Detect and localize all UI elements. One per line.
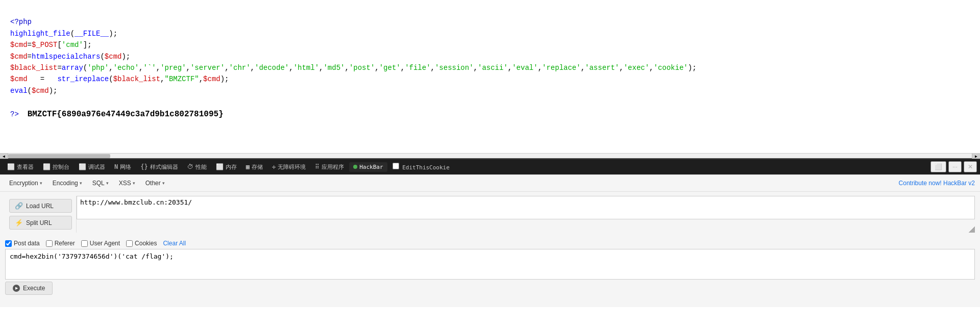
hackbar-version-label: HackBar v2 xyxy=(943,180,975,187)
menu-encoding[interactable]: Encoding ▾ xyxy=(48,178,86,188)
inspector-icon: ⬜ xyxy=(7,163,15,170)
scroll-left-arrow[interactable]: ◀ xyxy=(0,154,8,159)
load-url-icon: 🔗 xyxy=(15,202,23,210)
referer-checkbox-label[interactable]: Referer xyxy=(46,240,75,247)
hackbar-active-dot xyxy=(353,165,357,169)
other-chevron-icon: ▾ xyxy=(162,181,165,186)
load-url-label: Load URL xyxy=(26,203,54,210)
menu-xss-label: XSS xyxy=(119,180,131,187)
post-data-checkbox[interactable] xyxy=(5,240,12,247)
tab-console-label: 控制台 xyxy=(53,163,69,171)
tab-a11y[interactable]: ✛ 无障碍环境 xyxy=(268,162,310,172)
split-url-button[interactable]: ⚡ Split URL xyxy=(9,216,72,230)
tab-style-editor[interactable]: {} 样式编辑器 xyxy=(136,162,182,172)
url-input[interactable] xyxy=(77,196,975,219)
url-resize-handle[interactable] xyxy=(969,226,975,233)
more-options-button[interactable]: ··· xyxy=(948,161,962,172)
referer-label: Referer xyxy=(55,240,75,247)
user-agent-label: User Agent xyxy=(90,240,120,247)
encoding-chevron-icon: ▾ xyxy=(80,181,82,186)
storage-icon: ▦ xyxy=(246,163,250,170)
menu-sql-label: SQL xyxy=(92,180,105,187)
tab-hackbar[interactable]: HackBar xyxy=(349,162,387,172)
code-display: <?php highlight_file(__FILE__); $cmd=$_P… xyxy=(0,0,980,153)
post-data-input[interactable] xyxy=(6,249,974,277)
debugger-icon: ⬜ xyxy=(79,163,86,170)
tab-performance-label: 性能 xyxy=(195,163,207,171)
performance-icon: ⏱ xyxy=(187,163,193,170)
post-data-label: Post data xyxy=(14,240,40,247)
tab-storage-label: 存储 xyxy=(252,163,263,171)
a11y-icon: ✛ xyxy=(272,163,276,170)
devtools-bar: ⬜ 查看器 ⬜ 控制台 ⬜ 调试器 N 网络 {} 样式编辑器 ⏱ 性能 ⬜ 内… xyxy=(0,158,980,174)
horizontal-scrollbar[interactable]: ◀ ▶ xyxy=(0,153,980,158)
devtools-right-controls: ⬜ ··· ✕ xyxy=(930,161,977,172)
undock-button[interactable]: ⬜ xyxy=(930,161,946,172)
menu-encryption-label: Encryption xyxy=(9,180,38,187)
menu-encoding-label: Encoding xyxy=(53,180,78,187)
close-devtools-button[interactable]: ✕ xyxy=(964,161,977,172)
style-editor-icon: {} xyxy=(140,163,148,170)
tab-editcookie-label: EditThisCookie xyxy=(402,164,450,171)
tab-style-editor-label: 样式编辑器 xyxy=(150,163,178,171)
tab-storage[interactable]: ▦ 存储 xyxy=(242,162,267,172)
menu-other-label: Other xyxy=(145,180,161,187)
tab-inspector[interactable]: ⬜ 查看器 xyxy=(3,162,38,172)
cookies-label: Cookies xyxy=(135,240,157,247)
menu-encryption[interactable]: Encryption ▾ xyxy=(5,178,46,188)
cookies-checkbox[interactable] xyxy=(126,240,133,247)
cookies-checkbox-label[interactable]: Cookies xyxy=(126,240,157,247)
hackbar-menu-bar: Encryption ▾ Encoding ▾ SQL ▾ XSS ▾ Othe… xyxy=(0,175,980,192)
tab-apps[interactable]: ⠿ 应用程序 xyxy=(311,162,348,172)
scroll-right-arrow[interactable]: ▶ xyxy=(972,154,980,159)
menu-other[interactable]: Other ▾ xyxy=(141,178,169,188)
tab-apps-label: 应用程序 xyxy=(322,163,344,171)
split-url-icon: ⚡ xyxy=(15,219,23,226)
encryption-chevron-icon: ▾ xyxy=(40,181,42,186)
contribute-text: Contribute now! HackBar v2 xyxy=(899,180,975,187)
contribute-now-label: Contribute now! xyxy=(899,180,942,187)
sql-chevron-icon: ▾ xyxy=(106,181,109,186)
hackbar-post-row: Post data Referer User Agent Cookies Cle… xyxy=(0,237,980,249)
xss-chevron-icon: ▾ xyxy=(133,181,135,186)
user-agent-checkbox[interactable] xyxy=(81,240,88,247)
hackbar-postdata-area xyxy=(5,249,975,280)
tab-memory-label: 内存 xyxy=(226,163,237,171)
memory-icon: ⬜ xyxy=(216,163,224,170)
menu-xss[interactable]: XSS ▾ xyxy=(115,178,139,188)
clear-all-button[interactable]: Clear All xyxy=(163,240,186,247)
hackbar-url-area xyxy=(77,196,975,233)
post-data-checkbox-label[interactable]: Post data xyxy=(5,240,40,247)
tab-hackbar-label: HackBar xyxy=(359,164,383,170)
execute-label: Execute xyxy=(23,285,45,292)
tab-editcookie[interactable]: EditThisCookie xyxy=(388,161,454,172)
referer-checkbox[interactable] xyxy=(46,240,53,247)
tab-debugger-label: 调试器 xyxy=(88,163,105,171)
tab-a11y-label: 无障碍环境 xyxy=(278,163,306,171)
tab-memory[interactable]: ⬜ 内存 xyxy=(212,162,241,172)
load-url-button[interactable]: 🔗 Load URL xyxy=(9,199,72,213)
hackbar-panel: Encryption ▾ Encoding ▾ SQL ▾ XSS ▾ Othe… xyxy=(0,174,980,307)
editcookie-checkbox[interactable] xyxy=(393,163,399,169)
user-agent-checkbox-label[interactable]: User Agent xyxy=(81,240,120,247)
network-icon: N xyxy=(114,163,118,170)
url-input-wrapper xyxy=(77,196,975,233)
hackbar-execute-row: Execute xyxy=(0,280,980,297)
tab-performance[interactable]: ⏱ 性能 xyxy=(183,162,211,172)
tab-console[interactable]: ⬜ 控制台 xyxy=(39,162,74,172)
execute-button[interactable]: Execute xyxy=(5,282,53,295)
split-url-label: Split URL xyxy=(26,219,52,226)
scroll-thumb[interactable] xyxy=(8,154,110,158)
hackbar-content: 🔗 Load URL ⚡ Split URL xyxy=(0,192,980,237)
tab-network-label: 网络 xyxy=(120,163,131,171)
tab-inspector-label: 查看器 xyxy=(17,163,34,171)
execute-icon xyxy=(13,285,20,292)
console-icon: ⬜ xyxy=(43,163,51,170)
menu-sql[interactable]: SQL ▾ xyxy=(88,178,113,188)
hackbar-left-controls: 🔗 Load URL ⚡ Split URL xyxy=(5,196,77,233)
tab-network[interactable]: N 网络 xyxy=(110,162,135,172)
apps-icon: ⠿ xyxy=(315,163,320,170)
tab-debugger[interactable]: ⬜ 调试器 xyxy=(75,162,109,172)
